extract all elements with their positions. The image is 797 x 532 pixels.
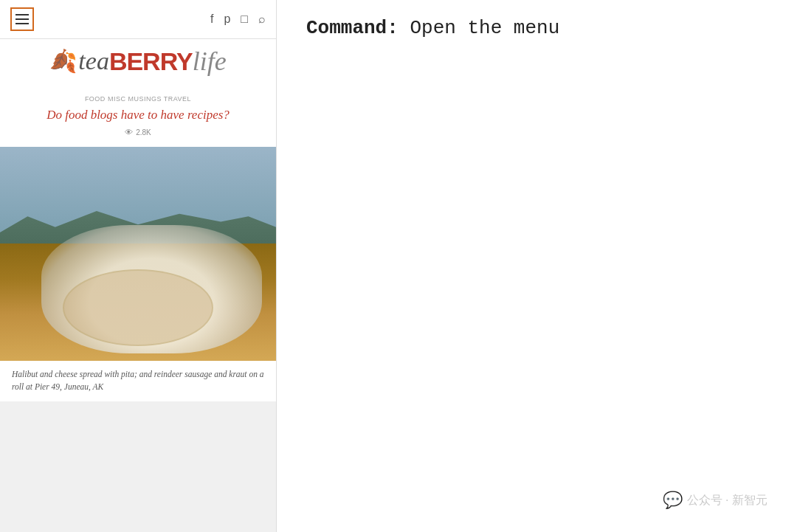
hamburger-line-3 <box>15 23 29 24</box>
image-plate <box>41 225 262 353</box>
category-misc[interactable]: MISC <box>108 95 126 103</box>
caption-text: Halibut and cheese spread with pita; and… <box>12 368 264 394</box>
logo-area: 🍂 tea BERRY life <box>0 39 276 85</box>
command-line: Command: Open the menu <box>306 15 767 41</box>
content-area: FOOD MISC MUSINGS TRAVEL Do food blogs h… <box>0 85 276 532</box>
facebook-icon[interactable]: f <box>210 13 213 26</box>
watermark-text: 公众号 · 新智元 <box>687 493 767 508</box>
card-header: FOOD MISC MUSINGS TRAVEL Do food blogs h… <box>0 85 276 147</box>
instagram-icon[interactable]: □ <box>241 13 248 26</box>
top-nav: f p □ ⌕ <box>0 0 276 39</box>
logo-tea-text: tea <box>78 49 109 74</box>
hamburger-line-2 <box>15 18 29 20</box>
caption-area: Halibut and cheese spread with pita; and… <box>0 361 276 401</box>
blog-card: FOOD MISC MUSINGS TRAVEL Do food blogs h… <box>0 85 276 401</box>
post-title[interactable]: Do food blogs have to have recipes? <box>12 107 264 123</box>
command-text-value: Open the menu <box>410 17 559 39</box>
pinterest-icon[interactable]: p <box>224 13 230 26</box>
logo-berry-text: BERRY <box>109 49 193 74</box>
post-meta: 👁 2.8K <box>12 128 264 137</box>
category-food[interactable]: FOOD <box>85 95 106 103</box>
nav-icons: f p □ ⌕ <box>210 13 266 26</box>
left-panel: f p □ ⌕ 🍂 tea BERRY life FOOD MISC MUSIN… <box>0 0 277 532</box>
command-label: Command: <box>306 17 398 39</box>
logo-life-text: life <box>193 48 227 75</box>
hamburger-button[interactable] <box>10 7 34 31</box>
category-musings[interactable]: MUSINGS <box>128 95 162 103</box>
wechat-icon: 💬 <box>663 491 683 510</box>
post-image <box>0 147 276 361</box>
hamburger-line-1 <box>15 14 29 15</box>
image-scene <box>0 147 276 361</box>
category-travel[interactable]: TRAVEL <box>164 95 191 103</box>
right-panel: Command: Open the menu 💬 公众号 · 新智元 <box>277 0 797 532</box>
search-icon[interactable]: ⌕ <box>258 13 266 26</box>
watermark: 💬 公众号 · 新智元 <box>663 491 767 510</box>
site-logo[interactable]: 🍂 tea BERRY life <box>49 48 226 75</box>
views-icon: 👁 <box>125 128 133 137</box>
category-links: FOOD MISC MUSINGS TRAVEL <box>12 95 264 103</box>
views-count: 2.8K <box>136 128 151 137</box>
logo-leaf-icon: 🍂 <box>49 50 77 72</box>
